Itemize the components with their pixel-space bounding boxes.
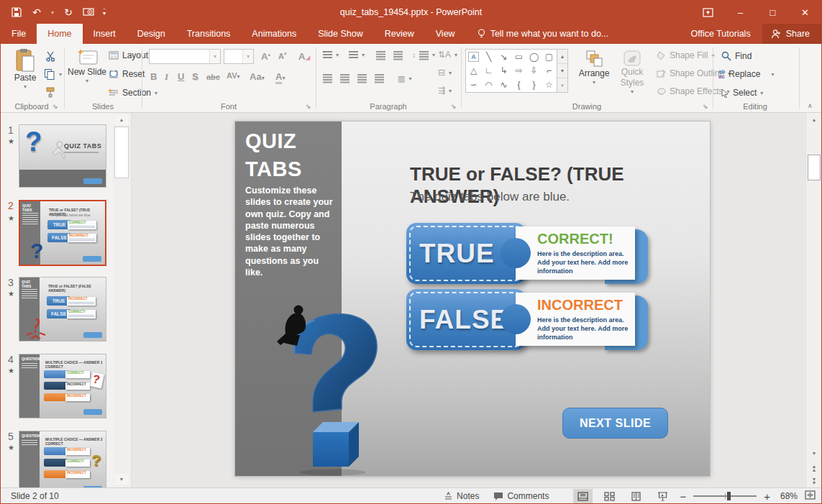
align-left-button[interactable] xyxy=(323,74,332,83)
bold-button[interactable]: B xyxy=(150,71,157,82)
question-mark-3d-graphic[interactable] xyxy=(267,301,389,476)
justify-button[interactable] xyxy=(375,74,384,83)
minimize-button[interactable]: – xyxy=(724,1,757,24)
slide-canvas[interactable]: QUIZ TABS Customize these slides to crea… xyxy=(234,121,711,477)
replace-button[interactable]: abac Replace▾ xyxy=(718,69,774,79)
align-center-button[interactable] xyxy=(340,74,350,83)
slide-3-thumbnail[interactable]: QUIZ TABS TRUE or FALSE? (FALSE ANSWER) … xyxy=(19,277,106,342)
scroll-up-icon[interactable]: ▲ xyxy=(808,114,821,125)
copy-icon[interactable]: ▾ xyxy=(44,68,62,80)
next-slide-icon[interactable]: ▼▼ xyxy=(808,475,821,486)
convert-smartart-button[interactable]: ⇶▾ xyxy=(438,86,452,96)
font-color-button[interactable]: A▾ xyxy=(275,71,285,82)
strikethrough-button[interactable]: abc xyxy=(206,73,220,81)
tab-design[interactable]: Design xyxy=(127,24,176,44)
font-size-select[interactable]: ▾ xyxy=(224,49,254,64)
clipboard-dialog-launcher[interactable]: ⇘ xyxy=(52,103,58,110)
paste-button[interactable]: Paste ▾ xyxy=(6,48,44,91)
shape-gallery[interactable]: A ╲ ↘ ▭ ◯ ▢ △ ∟ ↳ ⇨ ⇩ ⌐ ∽ ◠ ∿ { } ☆ xyxy=(465,49,557,93)
thumbnail-scroll-down-icon[interactable]: ▼ xyxy=(114,474,129,485)
italic-button[interactable]: I xyxy=(165,71,168,83)
thumbnail-scrollbar-thumb[interactable] xyxy=(114,127,129,178)
slide-sidebar-title[interactable]: QUIZ TABS xyxy=(245,127,320,183)
shape-effects-button[interactable]: Shape Effects▾ xyxy=(657,86,730,96)
tab-slide-show[interactable]: Slide Show xyxy=(307,24,374,44)
columns-button[interactable]: ▥▾ xyxy=(398,74,411,83)
shape-fill-button[interactable]: Shape Fill▾ xyxy=(657,50,714,60)
reset-button[interactable]: Reset xyxy=(109,69,145,79)
normal-view-button[interactable] xyxy=(573,489,593,504)
underline-button[interactable]: U xyxy=(178,71,184,82)
bullets-button[interactable]: ▾ xyxy=(323,51,339,58)
previous-slide-icon[interactable]: ▲▲ xyxy=(808,462,821,473)
notes-button[interactable]: Notes xyxy=(444,491,479,501)
grow-font-button[interactable]: A▴ xyxy=(261,51,270,62)
cut-icon[interactable] xyxy=(45,51,56,62)
shape-gallery-scrollbar[interactable]: ▲ ▼ ⩔ xyxy=(557,49,568,93)
tab-animations[interactable]: Animations xyxy=(241,24,307,44)
font-name-select[interactable]: ▾ xyxy=(149,49,221,64)
share-button[interactable]: Share xyxy=(762,24,821,44)
slide-sidebar-text[interactable]: Customize these slides to create your ow… xyxy=(245,185,334,278)
change-case-button[interactable]: Aa▾ xyxy=(250,71,265,82)
zoom-slider[interactable] xyxy=(693,495,757,497)
decrease-indent-button[interactable] xyxy=(376,51,385,60)
new-slide-button[interactable]: New Slide ▾ xyxy=(70,48,104,85)
find-button[interactable]: Find xyxy=(721,51,752,61)
text-direction-button[interactable]: ⇅A▾ xyxy=(438,50,457,60)
font-dialog-launcher[interactable]: ⇘ xyxy=(306,103,311,110)
save-icon[interactable] xyxy=(8,3,25,22)
select-button[interactable]: Select▾ xyxy=(721,88,763,98)
office-tutorials-link[interactable]: Office Tutorials xyxy=(680,24,762,44)
fit-to-window-button[interactable] xyxy=(805,490,816,502)
redo-icon[interactable]: ↻ xyxy=(60,3,77,22)
reading-view-button[interactable] xyxy=(626,489,646,504)
format-painter-icon[interactable] xyxy=(45,87,56,98)
slide-2-thumbnail-selected[interactable]: QUIZ TABS ? TRUE or FALSE? (TRUE ANSWER)… xyxy=(19,200,106,266)
slide-show-view-button[interactable] xyxy=(653,489,672,504)
zoom-in-button[interactable]: + xyxy=(764,490,770,503)
comments-button[interactable]: Comments xyxy=(493,491,549,501)
thumbnail-scroll-up-icon[interactable]: ▲ xyxy=(114,114,129,125)
false-answer-card[interactable]: INCORRECT Here is the description area. … xyxy=(516,293,635,346)
align-right-button[interactable] xyxy=(357,74,367,83)
slide-sorter-view-button[interactable] xyxy=(600,489,619,504)
paragraph-dialog-launcher[interactable]: ⇘ xyxy=(451,103,457,110)
shrink-font-button[interactable]: A▾ xyxy=(278,51,286,60)
slide-4-thumbnail[interactable]: QUESTION MULTIPLE CHOICE — ANSWER 1 CORR… xyxy=(19,354,106,418)
customize-qat-icon[interactable]: ‾▾ xyxy=(100,3,109,22)
tab-transitions[interactable]: Transitions xyxy=(176,24,242,44)
clear-formatting-button[interactable]: A◢ xyxy=(298,51,310,62)
text-shadow-button[interactable]: S xyxy=(192,71,198,82)
tab-home[interactable]: Home xyxy=(37,24,82,44)
zoom-slider-thumb[interactable] xyxy=(727,492,731,500)
line-spacing-button[interactable]: ↕▾ xyxy=(412,51,435,60)
zoom-level[interactable]: 68% xyxy=(780,491,798,501)
next-slide-button[interactable]: NEXT SLIDE xyxy=(562,408,668,439)
numbering-button[interactable]: ▾ xyxy=(349,51,365,58)
quick-styles-button[interactable]: Quick Styles ▾ xyxy=(613,50,651,96)
tab-review[interactable]: Review xyxy=(374,24,425,44)
slide-5-thumbnail[interactable]: QUESTION MULTIPLE CHOICE — ANSWER 2 CORR… xyxy=(19,431,106,487)
ribbon-display-options-icon[interactable] xyxy=(692,1,724,24)
slide-subtitle[interactable]: The quiz tabs below are blue. xyxy=(410,190,570,204)
section-button[interactable]: Section▾ xyxy=(109,88,157,98)
true-answer-card[interactable]: CORRECT! Here is the description area. A… xyxy=(516,226,635,280)
collapse-ribbon-icon[interactable]: ∧ xyxy=(808,102,813,109)
layout-button[interactable]: Layout▾ xyxy=(109,50,155,60)
tab-file[interactable]: File xyxy=(1,24,37,44)
main-vertical-scrollbar[interactable]: ▲ ▼ ▲▲ ▼▼ xyxy=(805,113,821,487)
scroll-down-icon[interactable]: ▼ xyxy=(808,448,821,459)
character-spacing-button[interactable]: AV▾ xyxy=(227,71,239,80)
tell-me-box[interactable]: Tell me what you want to do... xyxy=(478,24,609,44)
scrollbar-thumb[interactable] xyxy=(808,155,821,180)
thumbnail-scrollbar[interactable]: ▲ ▼ xyxy=(113,113,130,487)
arrange-button[interactable]: Arrange ▾ xyxy=(575,50,613,86)
drawing-dialog-launcher[interactable]: ⇘ xyxy=(703,103,708,110)
increase-indent-button[interactable] xyxy=(393,51,403,60)
tab-insert[interactable]: Insert xyxy=(83,24,127,44)
undo-icon[interactable]: ↶ xyxy=(28,3,45,22)
undo-dropdown-icon[interactable]: ▾ xyxy=(48,3,57,22)
tab-view[interactable]: View xyxy=(425,24,466,44)
start-from-beginning-icon[interactable] xyxy=(80,3,97,22)
